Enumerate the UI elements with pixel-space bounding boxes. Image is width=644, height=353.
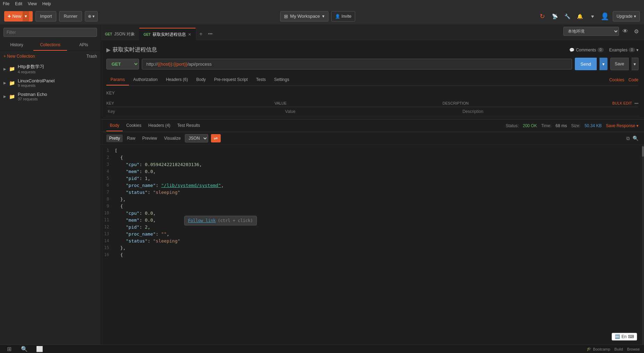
response-tab-test-results[interactable]: Test Results [174, 120, 203, 131]
layout-button[interactable]: ⬜ [35, 344, 44, 353]
req-tab-settings[interactable]: Settings [270, 74, 293, 85]
workspace-button[interactable]: ⊞ My Workspace ▾ [280, 11, 328, 22]
response-tab-body[interactable]: Body [106, 120, 123, 131]
tab-close-button[interactable]: ✕ [188, 32, 191, 37]
runner-button[interactable]: Runner [59, 11, 82, 22]
examples-button[interactable]: Examples 0 ▾ [609, 48, 638, 52]
collection-item-2[interactable]: ▶ 📁 Postman Echo 37 requests [0, 90, 100, 103]
request-title-bar: ▶ 获取实时进程信息 💬 Comments 0 Examples 0 ▾ [106, 46, 638, 54]
proc-name-link[interactable]: "/lib/systemd/systemd" [161, 183, 221, 188]
request-title: 获取实时进程信息 [113, 46, 157, 54]
new-button[interactable]: + New ▾ [4, 11, 33, 22]
examples-dropdown-icon: ▾ [636, 48, 638, 52]
satellite-icon-button[interactable]: 📡 [550, 11, 560, 21]
save-response-button[interactable]: Save Response ▾ [606, 123, 638, 128]
tab-realtime-process[interactable]: GET 获取实时进程信息 ✕ [139, 28, 196, 40]
collection-item-1[interactable]: ▶ 📁 LinuxControlPanel 9 requests [0, 76, 100, 90]
json-scrollbar[interactable] [642, 145, 644, 345]
grid-view-button[interactable]: ⊞ [4, 344, 14, 353]
tab-method-0: GET [105, 32, 112, 36]
format-tab-preview[interactable]: Preview [139, 134, 160, 142]
follow-link-text[interactable]: Follow link [188, 218, 215, 223]
upgrade-button[interactable]: Upgrade ▾ [613, 11, 640, 22]
tab-history[interactable]: History [0, 40, 33, 51]
trash-button[interactable]: Trash [87, 54, 97, 59]
save-button[interactable]: Save [610, 58, 629, 70]
new-tab-button[interactable]: ⊕ ▾ [85, 11, 98, 22]
ime-logo: 🔤 [615, 334, 620, 339]
req-tab-tests[interactable]: Tests [252, 74, 270, 85]
tab-json-object[interactable]: GET JSON 对象 [101, 28, 139, 40]
bootcamp-button[interactable]: 🎓 Bootcamp [587, 347, 610, 351]
collection-item-0[interactable]: ▶ 📁 Http参数学习 4 requests [0, 61, 100, 76]
sync-icon: ↻ [540, 13, 545, 20]
key-input[interactable] [106, 107, 284, 116]
json-line-7: 7 "status": "sleeping" [101, 189, 644, 196]
request-title-container: ▶ 获取实时进程信息 [106, 46, 157, 54]
status-bar-right: 🎓 Bootcamp Build Browse [587, 347, 640, 351]
send-button[interactable]: Send [575, 58, 596, 70]
bootcamp-icon: 🎓 [587, 347, 592, 351]
copy-icon[interactable]: ⧉ [626, 136, 630, 141]
value-input[interactable] [284, 107, 461, 116]
new-dropdown-arrow[interactable]: ▾ [23, 11, 29, 22]
bulk-edit-label[interactable]: Bulk Edit ••• [611, 101, 638, 105]
format-type-select[interactable]: JSON XML HTML Text [185, 134, 208, 142]
sync-button[interactable]: ↻ [538, 11, 547, 21]
code-link[interactable]: Code [628, 77, 638, 82]
tab-more-button[interactable]: ••• [206, 32, 215, 36]
format-tab-pretty[interactable]: Pretty [106, 134, 123, 142]
line-num-7: 7 [101, 190, 115, 195]
menu-view[interactable]: View [28, 1, 37, 6]
json-scrollbar-thumb[interactable] [642, 146, 644, 157]
env-eye-button[interactable]: 👁 [620, 26, 630, 36]
format-tab-raw[interactable]: Raw [124, 134, 138, 142]
req-tab-headers[interactable]: Headers (6) [162, 74, 192, 85]
heart-button[interactable]: ♥ [588, 11, 597, 21]
avatar-button[interactable]: 👤 [600, 11, 610, 21]
import-button[interactable]: Import [35, 11, 56, 22]
url-bar: GET POST PUT DELETE PATCH http://{{host}… [106, 58, 638, 70]
line-num-15: 15 [101, 245, 115, 250]
notifications-button[interactable]: 🔔 [575, 11, 585, 21]
req-tab-params[interactable]: Params [106, 74, 129, 85]
main-layout: History Collections APIs + New Collectio… [0, 25, 644, 345]
req-tab-pre-request[interactable]: Pre-request Script [210, 74, 252, 85]
tab-collections[interactable]: Collections [33, 40, 67, 51]
tab-add-button[interactable]: + [196, 31, 206, 37]
search-button[interactable]: 🔍 [19, 344, 29, 353]
req-tab-authorization[interactable]: Authorization [129, 74, 162, 85]
menu-help[interactable]: Help [42, 1, 51, 6]
json-line-10: 10 "cpu": 0.0, [101, 210, 644, 217]
comments-button[interactable]: 💬 Comments 0 [569, 48, 604, 52]
menu-file[interactable]: File [3, 1, 9, 6]
ime-keyboard-icon: ⌨ [628, 334, 634, 339]
wrap-button[interactable]: ⇌ [211, 134, 221, 142]
tab-apis[interactable]: APIs [67, 40, 100, 51]
settings-icon-button[interactable]: 🔧 [563, 11, 572, 21]
invite-button[interactable]: 👤 Invite [331, 11, 356, 22]
title-expand-icon[interactable]: ▶ [106, 47, 111, 53]
comments-examples-bar: 💬 Comments 0 Examples 0 ▾ [569, 48, 638, 52]
browse-label[interactable]: Browse [627, 347, 640, 351]
search-response-icon[interactable]: 🔍 [633, 136, 638, 141]
response-size-value: 50.34 KB [585, 123, 602, 128]
menu-edit[interactable]: Edit [15, 1, 22, 6]
build-label[interactable]: Build [614, 347, 623, 351]
environment-select[interactable]: 本地环境 [563, 27, 619, 36]
ime-indicator[interactable]: 🔤 En ⌨ [612, 333, 637, 340]
req-tab-body[interactable]: Body [192, 74, 210, 85]
cookies-link[interactable]: Cookies [609, 77, 624, 82]
response-tab-headers[interactable]: Headers (4) [145, 120, 174, 131]
follow-link-tooltip: Follow link (ctrl + click) [184, 216, 257, 225]
response-tab-cookies[interactable]: Cookies [123, 120, 145, 131]
new-collection-button[interactable]: + New Collection [3, 54, 35, 59]
description-input[interactable] [461, 107, 638, 116]
method-select[interactable]: GET POST PUT DELETE PATCH [106, 59, 139, 69]
env-settings-button[interactable]: ⚙ [631, 26, 641, 36]
send-dropdown-button[interactable]: ▾ [600, 58, 608, 70]
format-tab-visualize[interactable]: Visualize [161, 134, 184, 142]
save-dropdown-button[interactable]: ▾ [631, 58, 638, 70]
filter-input[interactable] [3, 28, 97, 37]
url-display[interactable]: http://{{host}}:{{port}}/api/process [142, 59, 572, 69]
